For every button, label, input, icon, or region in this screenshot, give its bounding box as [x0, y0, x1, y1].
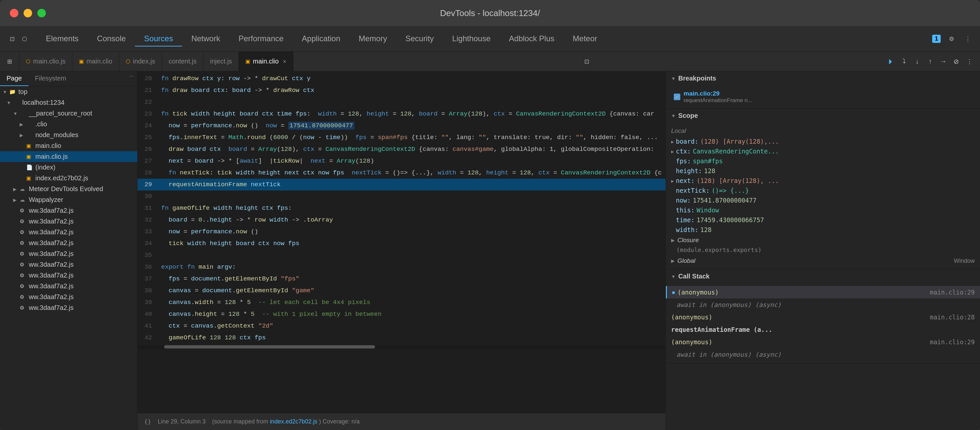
- tree-item-ww4[interactable]: ▶ ⚙ ww.3daaf7a2.js: [0, 238, 137, 248]
- code-editor[interactable]: 20 fn drawRow ctx y: row -> * drawCut ct…: [138, 71, 665, 413]
- breakpoint-item[interactable]: ✓ main.clio:29 requestAnimationFrame n..…: [666, 88, 980, 106]
- minimize-button[interactable]: [24, 9, 32, 17]
- expand-icon[interactable]: ⊡: [581, 56, 592, 67]
- tab-lighthouse[interactable]: Lighthouse: [443, 32, 500, 46]
- pause-resume-btn[interactable]: ⏵: [886, 56, 896, 67]
- scope-content: Local ▶ board: (128) [Array(128),... ▶ c…: [666, 123, 980, 269]
- gear-icon: ⚙: [20, 272, 29, 278]
- scope-key: width:: [676, 226, 698, 233]
- scope-fps[interactable]: ▶ fps: span#fps: [666, 156, 980, 166]
- sidebar-tab-page[interactable]: Page: [0, 71, 29, 86]
- device-icon[interactable]: ⬡: [19, 33, 30, 44]
- tab-meteor[interactable]: Meteor: [564, 32, 607, 46]
- step-into-btn[interactable]: ↓: [912, 56, 922, 67]
- callstack-item-3[interactable]: (anonymous) main.clio:29: [666, 336, 980, 348]
- breakpoint-checkbox[interactable]: ✓: [674, 94, 680, 100]
- step-out-btn[interactable]: ↑: [925, 56, 935, 67]
- scope-time[interactable]: ▶ time: 17459.430000066757: [666, 215, 980, 225]
- folder-icon: 📁: [9, 89, 18, 95]
- tree-item-ww1[interactable]: ▶ ⚙ ww.3daaf7a2.js: [0, 205, 137, 216]
- horizontal-scrollbar[interactable]: [138, 345, 665, 349]
- tab-sources[interactable]: Sources: [135, 32, 182, 46]
- tree-item-ww3[interactable]: ▶ ⚙ ww.3daaf7a2.js: [0, 227, 137, 238]
- tab-index-js[interactable]: ⬡ index.js: [119, 52, 162, 71]
- tab-main-clio[interactable]: ▣ main.clio: [72, 52, 119, 71]
- tree-item-ww7[interactable]: ▶ ⚙ ww.3daaf7a2.js: [0, 270, 137, 281]
- breakpoint-file: main.clio:29: [684, 90, 752, 97]
- chevron-icon: ▼: [13, 111, 20, 116]
- toolbar-icon-group: ⊡ ⬡: [6, 33, 30, 44]
- callstack-item-2[interactable]: (anonymous) main.clio:28: [666, 311, 980, 323]
- tree-item-index-ed2c[interactable]: ▶ ▣ index.ed2c7b02.js: [0, 173, 137, 184]
- collapse-icon[interactable]: ⊞: [4, 56, 15, 67]
- code-line-34: 34 tick width height board ctx now fps: [138, 238, 665, 249]
- code-line-21: 21 fn draw board ctx: board -> * drawRow…: [138, 84, 665, 96]
- scope-value: 17459.430000066757: [697, 216, 764, 224]
- tab-content-js[interactable]: content.js: [162, 52, 204, 71]
- tree-item-main-clio[interactable]: ▶ ▣ main.clio: [0, 140, 137, 151]
- tab-label: main.clio: [253, 57, 279, 65]
- scrollbar-thumb[interactable]: [164, 345, 375, 349]
- scope-width[interactable]: ▶ width: 128: [666, 225, 980, 235]
- code-line-22: 22: [138, 96, 665, 108]
- tab-console[interactable]: Console: [88, 32, 135, 46]
- tree-item-wappalyzer[interactable]: ▶ ☁ Wappalyzer: [0, 194, 137, 205]
- tree-item-clio[interactable]: ▶ .clio: [0, 119, 137, 130]
- more-debug-btn[interactable]: ⋮: [964, 56, 975, 67]
- tree-item-parcel[interactable]: ▼ __parcel_source_root: [0, 108, 137, 119]
- tree-item-ww2[interactable]: ▶ ⚙ ww.3daaf7a2.js: [0, 216, 137, 227]
- tab-main-clio-js[interactable]: ⬡ main.clio.js: [19, 52, 72, 71]
- close-button[interactable]: [10, 9, 18, 17]
- scope-next[interactable]: ▶ next: (128) [Array(128), ...: [666, 176, 980, 186]
- scope-board[interactable]: ▶ board: (128) [Array(128),...: [666, 136, 980, 146]
- chevron-down-icon: ▼: [671, 274, 676, 279]
- tree-item-ww5[interactable]: ▶ ⚙ ww.3daaf7a2.js: [0, 248, 137, 259]
- settings-icon[interactable]: ⚙: [946, 33, 957, 44]
- scope-now[interactable]: ▶ now: 17541.87000000477: [666, 195, 980, 205]
- cursor-icon[interactable]: ⊡: [6, 33, 18, 44]
- tab-main-clio-active[interactable]: ▣ main.clio ✕: [239, 52, 293, 71]
- scope-nextTick[interactable]: ▶ nextTick: ()=> {...}: [666, 186, 980, 195]
- scope-height[interactable]: ▶ height: 128: [666, 166, 980, 176]
- tab-application[interactable]: Application: [293, 32, 350, 46]
- callstack-header[interactable]: ▼ Call Stack: [666, 269, 980, 283]
- tab-memory[interactable]: Memory: [350, 32, 396, 46]
- tab-elements[interactable]: Elements: [37, 32, 88, 46]
- step-btn[interactable]: →: [938, 56, 948, 67]
- more-icon[interactable]: ⋮: [963, 33, 974, 44]
- tab-network[interactable]: Network: [182, 32, 229, 46]
- tree-item-label: ww.3daaf7a2.js: [29, 207, 135, 214]
- step-over-btn[interactable]: ⤵: [899, 56, 909, 67]
- tree-item-index[interactable]: ▶ 📄 (index): [0, 162, 137, 173]
- callstack-item-raf[interactable]: requestAnimationFrame (a...: [666, 323, 980, 336]
- tree-item-ww8[interactable]: ▶ ⚙ ww.3daaf7a2.js: [0, 281, 137, 292]
- deactivate-btn[interactable]: ⊘: [951, 56, 962, 67]
- source-file-link[interactable]: index.ed2c7b02.js: [270, 418, 317, 425]
- tree-item-ww6[interactable]: ▶ ⚙ ww.3daaf7a2.js: [0, 259, 137, 270]
- scope-global-row[interactable]: ▶ Global Window: [666, 255, 980, 267]
- traffic-lights: [10, 9, 46, 17]
- scope-ctx[interactable]: ▶ ctx: CanvasRenderingConte...: [666, 146, 980, 156]
- tab-close-icon[interactable]: ✕: [283, 59, 286, 64]
- tree-item-ww10[interactable]: ▶ ⚙ ww.3daaf7a2.js: [0, 302, 137, 313]
- tab-performance[interactable]: Performance: [229, 32, 293, 46]
- sidebar-more-icon[interactable]: ⋯: [126, 71, 137, 86]
- tree-item-meteor[interactable]: ▶ ☁ Meteor DevTools Evolved: [0, 184, 137, 194]
- tab-security[interactable]: Security: [396, 32, 443, 46]
- breakpoints-header[interactable]: ▼ Breakpoints: [666, 71, 980, 86]
- maximize-button[interactable]: [37, 9, 46, 17]
- file-icon: 📄: [26, 164, 35, 170]
- scope-this[interactable]: ▶ this: Window: [666, 205, 980, 215]
- tab-inject-js[interactable]: inject.js: [204, 52, 239, 71]
- scope-closure-row[interactable]: ▶ Closure: [666, 235, 980, 246]
- tree-item-top[interactable]: ▼ 📁 top: [0, 86, 137, 97]
- tree-item-ww9[interactable]: ▶ ⚙ ww.3daaf7a2.js: [0, 292, 137, 302]
- tree-item-node-modules[interactable]: ▶ node_modules: [0, 130, 137, 140]
- sidebar-tab-filesystem[interactable]: Filesystem: [29, 71, 73, 86]
- tree-item-main-clio-js[interactable]: ▶ ▣ main.clio.js: [0, 151, 137, 162]
- tab-adblock[interactable]: Adblock Plus: [500, 32, 564, 46]
- callstack-item-1[interactable]: ● (anonymous) main.clio:29: [666, 286, 980, 298]
- tree-item-localhost[interactable]: ▼ localhost:1234: [0, 97, 137, 108]
- scope-header[interactable]: ▼ Scope: [666, 109, 980, 123]
- format-icon[interactable]: {}: [144, 418, 151, 425]
